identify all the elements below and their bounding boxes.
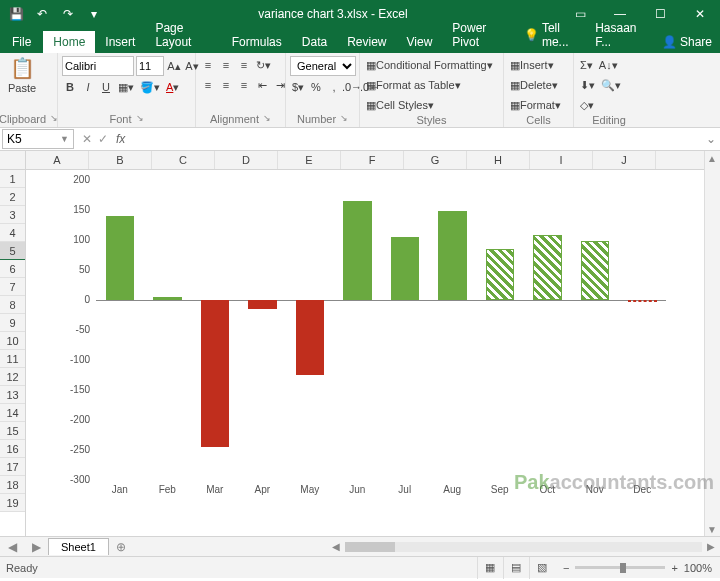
undo-icon[interactable]: ↶ — [30, 3, 54, 25]
autosum-icon[interactable]: Σ▾ — [578, 56, 595, 74]
row-header[interactable]: 4 — [0, 224, 25, 242]
redo-icon[interactable]: ↷ — [56, 3, 80, 25]
fill-icon[interactable]: ⬇▾ — [578, 76, 597, 94]
horizontal-scrollbar[interactable]: ◀ ▶ — [327, 537, 720, 556]
row-header[interactable]: 12 — [0, 368, 25, 386]
scroll-left-icon[interactable]: ◀ — [329, 540, 343, 554]
row-header[interactable]: 7 — [0, 278, 25, 296]
row-header[interactable]: 3 — [0, 206, 25, 224]
page-break-view-icon[interactable]: ▧ — [529, 557, 555, 579]
orientation-icon[interactable]: ↻▾ — [254, 56, 273, 74]
zoom-slider[interactable] — [575, 566, 665, 569]
italic-button[interactable]: I — [80, 78, 96, 96]
sort-filter-icon[interactable]: A↓▾ — [597, 56, 620, 74]
find-select-icon[interactable]: 🔍▾ — [599, 76, 623, 94]
enter-formula-icon[interactable]: ✓ — [98, 132, 108, 146]
align-center-icon[interactable]: ≡ — [218, 76, 234, 94]
row-header[interactable]: 17 — [0, 458, 25, 476]
column-header[interactable]: J — [593, 151, 656, 169]
close-icon[interactable]: ✕ — [680, 0, 720, 28]
number-launcher-icon[interactable]: ↘ — [340, 113, 348, 125]
chart-bar[interactable] — [201, 300, 230, 447]
chart-bar[interactable] — [628, 300, 657, 302]
chart-bar[interactable] — [486, 249, 515, 300]
tab-formulas[interactable]: Formulas — [222, 31, 292, 53]
tab-insert[interactable]: Insert — [95, 31, 145, 53]
zoom-level[interactable]: 100% — [684, 562, 712, 574]
column-header[interactable]: B — [89, 151, 152, 169]
paste-button[interactable]: 📋 Paste — [4, 56, 40, 94]
accounting-format-icon[interactable]: $▾ — [290, 78, 306, 96]
font-launcher-icon[interactable]: ↘ — [136, 113, 144, 125]
chart-bar[interactable] — [153, 297, 182, 300]
scroll-right-icon[interactable]: ▶ — [704, 540, 718, 554]
row-header[interactable]: 19 — [0, 494, 25, 512]
align-middle-icon[interactable]: ≡ — [218, 56, 234, 74]
comma-format-icon[interactable]: , — [326, 78, 342, 96]
column-header[interactable]: F — [341, 151, 404, 169]
align-top-icon[interactable]: ≡ — [200, 56, 216, 74]
row-header[interactable]: 5 — [0, 242, 25, 260]
column-header[interactable]: D — [215, 151, 278, 169]
tell-me[interactable]: 💡Tell me... — [516, 17, 587, 53]
zoom-in-icon[interactable]: + — [671, 562, 677, 574]
percent-format-icon[interactable]: % — [308, 78, 324, 96]
fill-color-icon[interactable]: 🪣▾ — [138, 78, 162, 96]
vertical-scrollbar[interactable]: ▲ ▼ — [704, 151, 720, 536]
normal-view-icon[interactable]: ▦ — [477, 557, 503, 579]
underline-button[interactable]: U — [98, 78, 114, 96]
align-bottom-icon[interactable]: ≡ — [236, 56, 252, 74]
fx-icon[interactable]: fx — [116, 132, 129, 146]
sheet-nav-next-icon[interactable]: ▶ — [24, 540, 48, 554]
scroll-up-icon[interactable]: ▲ — [705, 151, 719, 165]
page-layout-view-icon[interactable]: ▤ — [503, 557, 529, 579]
new-sheet-icon[interactable]: ⊕ — [109, 540, 133, 554]
chart-bar[interactable] — [581, 241, 610, 300]
column-header[interactable]: I — [530, 151, 593, 169]
save-icon[interactable]: 💾 — [4, 3, 28, 25]
select-all-button[interactable] — [0, 151, 25, 170]
row-header[interactable]: 14 — [0, 404, 25, 422]
qat-customize-icon[interactable]: ▾ — [82, 3, 106, 25]
chart-bar[interactable] — [438, 211, 467, 300]
clipboard-launcher-icon[interactable]: ↘ — [50, 113, 58, 125]
decrease-indent-icon[interactable]: ⇤ — [254, 76, 270, 94]
row-header[interactable]: 1 — [0, 170, 25, 188]
delete-cells-button[interactable]: ▦ Delete ▾ — [508, 76, 560, 94]
formula-input[interactable] — [129, 129, 702, 149]
conditional-formatting-button[interactable]: ▦ Conditional Formatting ▾ — [364, 56, 495, 74]
bold-button[interactable]: B — [62, 78, 78, 96]
column-header[interactable]: G — [404, 151, 467, 169]
expand-formula-bar-icon[interactable]: ⌄ — [702, 132, 720, 146]
format-as-table-button[interactable]: ▦ Format as Table ▾ — [364, 76, 463, 94]
column-header[interactable]: H — [467, 151, 530, 169]
clear-icon[interactable]: ◇▾ — [578, 96, 596, 114]
font-size-input[interactable] — [136, 56, 164, 76]
number-format-select[interactable]: General — [290, 56, 356, 76]
chart-bar[interactable] — [533, 235, 562, 300]
alignment-launcher-icon[interactable]: ↘ — [263, 113, 271, 125]
row-header[interactable]: 18 — [0, 476, 25, 494]
sheet-tab-active[interactable]: Sheet1 — [48, 538, 109, 555]
row-header[interactable]: 8 — [0, 296, 25, 314]
row-header[interactable]: 2 — [0, 188, 25, 206]
cancel-formula-icon[interactable]: ✕ — [82, 132, 92, 146]
tab-page-layout[interactable]: Page Layout — [145, 17, 221, 53]
tab-home[interactable]: Home — [43, 31, 95, 53]
row-header[interactable]: 13 — [0, 386, 25, 404]
tab-review[interactable]: Review — [337, 31, 396, 53]
share-button[interactable]: 👤Share — [654, 31, 720, 53]
increase-decimal-icon[interactable]: .0→ — [344, 78, 360, 96]
embedded-chart[interactable]: -300-250-200-150-100-50050100150200 JanF… — [56, 172, 680, 512]
row-header[interactable]: 16 — [0, 440, 25, 458]
cell-styles-button[interactable]: ▦ Cell Styles ▾ — [364, 96, 436, 114]
sheet-nav-prev-icon[interactable]: ◀ — [0, 540, 24, 554]
zoom-out-icon[interactable]: − — [563, 562, 569, 574]
row-header[interactable]: 10 — [0, 332, 25, 350]
tab-file[interactable]: File — [0, 31, 43, 53]
column-header[interactable]: E — [278, 151, 341, 169]
name-box[interactable]: K5▼ — [2, 129, 74, 149]
chart-bar[interactable] — [343, 201, 372, 300]
row-header[interactable]: 11 — [0, 350, 25, 368]
row-header[interactable]: 9 — [0, 314, 25, 332]
